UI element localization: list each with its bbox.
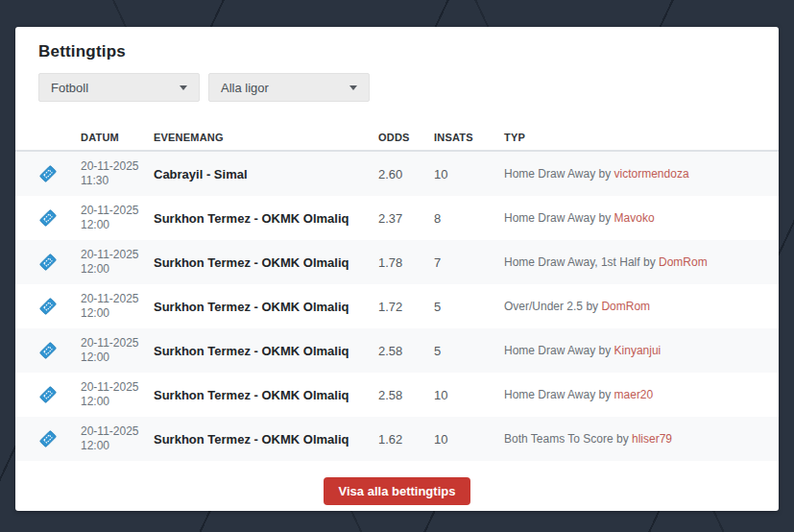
row-event: Surkhon Termez - OKMK Olmaliq [154, 211, 378, 226]
row-type: Home Draw Away by victormendoza [504, 167, 779, 181]
ticket-icon [36, 338, 60, 362]
table-row[interactable]: 20-11-2025 12:00 Surkhon Termez - OKMK O… [15, 284, 779, 328]
ticket-icon [36, 250, 60, 274]
table-header-row: DATUM EVENEMANG ODDS INSATS TYP [15, 124, 779, 152]
bet-type-label: Over/Under 2.5 [504, 300, 583, 313]
bet-type-label: Both Teams To Score [504, 432, 614, 446]
row-type: Home Draw Away by Kinyanjui [504, 344, 779, 357]
bet-type-label: Home Draw Away [504, 167, 595, 181]
league-filter-dropdown[interactable]: Alla ligor [208, 73, 370, 102]
row-type: Over/Under 2.5 by DomRom [504, 300, 779, 313]
row-stake: 7 [434, 255, 504, 270]
table-row[interactable]: 20-11-2025 12:00 Surkhon Termez - OKMK O… [15, 373, 779, 417]
bet-type-label: Home Draw Away, 1st Half [504, 255, 640, 269]
tipster-link[interactable]: maer20 [614, 388, 654, 401]
row-type: Home Draw Away by Mavoko [504, 211, 779, 225]
tipster-link[interactable]: victormendoza [614, 167, 689, 181]
tipster-link[interactable]: DomRom [659, 255, 708, 269]
by-label: by [599, 167, 612, 181]
row-date: 20-11-2025 12:00 [81, 292, 154, 321]
card-footer: Visa alla bettingtips [15, 477, 779, 505]
header-datum: DATUM [81, 132, 154, 143]
header-evenemang: EVENEMANG [154, 132, 378, 143]
row-odds: 2.37 [378, 211, 434, 226]
row-odds: 2.60 [378, 167, 434, 181]
bet-type-label: Home Draw Away [504, 344, 595, 357]
row-date: 20-11-2025 12:00 [81, 380, 154, 409]
tipster-link[interactable]: Kinyanjui [614, 344, 662, 357]
table-row[interactable]: 20-11-2025 12:00 Surkhon Termez - OKMK O… [15, 417, 779, 461]
tipster-link[interactable]: hliser79 [632, 432, 672, 446]
row-event: Surkhon Termez - OKMK Olmaliq [154, 432, 378, 447]
row-icon-cell [15, 430, 81, 447]
row-stake: 10 [434, 432, 504, 447]
sport-filter-dropdown[interactable]: Fotboll [38, 73, 200, 102]
row-odds: 1.62 [378, 432, 434, 447]
row-event: Surkhon Termez - OKMK Olmaliq [154, 344, 378, 358]
table-row[interactable]: 20-11-2025 12:00 Surkhon Termez - OKMK O… [15, 240, 779, 284]
row-stake: 10 [434, 388, 504, 402]
row-event: Surkhon Termez - OKMK Olmaliq [154, 255, 378, 270]
by-label: by [599, 211, 612, 225]
page-title: Bettingtips [38, 42, 756, 61]
tipster-link[interactable]: DomRom [601, 300, 650, 313]
bettingtips-card: Bettingtips Fotboll Alla ligor DATUM EVE… [15, 27, 779, 511]
header-typ: TYP [504, 132, 779, 143]
bettingtips-table: DATUM EVENEMANG ODDS INSATS TYP 20-11-20… [15, 124, 779, 461]
header-odds: ODDS [378, 132, 434, 143]
row-stake: 5 [434, 344, 504, 358]
row-odds: 1.72 [378, 300, 434, 314]
row-date: 20-11-2025 12:00 [81, 204, 154, 232]
bet-type-label: Home Draw Away [504, 388, 595, 401]
row-icon-cell [15, 254, 81, 271]
row-date: 20-11-2025 11:30 [81, 159, 154, 188]
ticket-icon [36, 426, 60, 450]
sport-filter-value: Fotboll [51, 81, 88, 95]
row-date: 20-11-2025 12:00 [81, 336, 154, 365]
row-icon-cell [15, 298, 81, 315]
by-label: by [616, 432, 629, 446]
tipster-link[interactable]: Mavoko [614, 211, 655, 225]
by-label: by [586, 300, 598, 313]
row-icon-cell [15, 209, 81, 227]
by-label: by [599, 388, 612, 401]
row-type: Home Draw Away by maer20 [504, 388, 779, 401]
row-event: Surkhon Termez - OKMK Olmaliq [154, 300, 378, 314]
ticket-icon [36, 206, 60, 230]
ticket-icon [36, 382, 60, 406]
by-label: by [643, 255, 656, 269]
table-row[interactable]: 20-11-2025 11:30 Cabrayil - Simal 2.60 1… [15, 152, 779, 196]
header-insats: INSATS [434, 132, 504, 143]
row-event: Cabrayil - Simal [154, 167, 378, 181]
filters-row: Fotboll Alla ligor [38, 73, 756, 102]
row-odds: 2.58 [378, 388, 434, 402]
row-stake: 5 [434, 300, 504, 314]
table-row[interactable]: 20-11-2025 12:00 Surkhon Termez - OKMK O… [15, 196, 779, 240]
table-row[interactable]: 20-11-2025 12:00 Surkhon Termez - OKMK O… [15, 328, 779, 373]
row-icon-cell [15, 342, 81, 359]
row-stake: 8 [434, 211, 504, 226]
caret-down-icon [180, 85, 187, 90]
row-icon-cell [15, 165, 81, 182]
row-date: 20-11-2025 12:00 [81, 248, 154, 277]
row-type: Both Teams To Score by hliser79 [504, 432, 779, 446]
league-filter-value: Alla ligor [221, 81, 269, 95]
card-header: Bettingtips Fotboll Alla ligor [15, 27, 779, 102]
row-icon-cell [15, 386, 81, 403]
table-body: 20-11-2025 11:30 Cabrayil - Simal 2.60 1… [15, 152, 779, 461]
bet-type-label: Home Draw Away [504, 211, 595, 225]
row-date: 20-11-2025 12:00 [81, 424, 154, 453]
ticket-icon [36, 294, 60, 318]
row-stake: 10 [434, 167, 504, 181]
by-label: by [599, 344, 612, 357]
row-event: Surkhon Termez - OKMK Olmaliq [154, 388, 378, 402]
ticket-icon [36, 161, 60, 185]
row-odds: 2.58 [378, 344, 434, 358]
row-odds: 1.78 [378, 255, 434, 270]
row-type: Home Draw Away, 1st Half by DomRom [504, 255, 779, 269]
caret-down-icon [349, 85, 357, 90]
show-all-bettingtips-button[interactable]: Visa alla bettingtips [324, 477, 471, 505]
